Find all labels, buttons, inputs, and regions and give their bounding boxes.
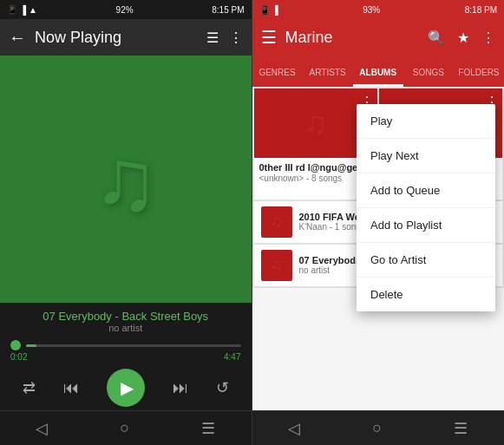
album-thumb-4: ♫ [261,250,292,281]
total-time: 4:47 [224,352,240,362]
music-note-icon: ♫ [93,136,158,223]
right-battery: 93% [363,5,380,15]
back-nav-icon[interactable]: ◁ [36,419,48,438]
android-icon: 📱 [7,5,17,15]
next-button[interactable]: ⏭ [173,379,188,397]
time-row: 0:02 4:47 [10,352,241,362]
song-artist: no artist [10,323,241,333]
right-status-icons: 📱 ▐ [259,5,278,15]
left-panel: 📱 ▐ ▲ 92% 8:15 PM ← Now Playing ☰ ⋮ ♫ 07… [0,0,252,445]
back-button[interactable]: ← [9,28,26,48]
right-top-icons: 🔍 ★ ⋮ [428,29,495,46]
song-info: 07 Everybody - Back Street Boys no artis… [0,303,252,337]
more-options-icon[interactable]: ⋮ [229,29,243,46]
menu-nav-icon[interactable]: ☰ [201,419,215,438]
star-icon[interactable]: ★ [457,29,469,46]
page-title: Now Playing [35,29,198,47]
progress-track[interactable] [26,344,241,347]
progress-thumb[interactable] [10,340,21,350]
top-bar-icons: ☰ ⋮ [206,29,243,46]
progress-fill [26,344,36,347]
shuffle-button[interactable]: ⇄ [23,378,36,397]
home-nav-icon[interactable]: ○ [120,419,129,437]
menu-item-add-to-queue[interactable]: Add to Queue [357,173,495,208]
tabs-row: GENRES ARTISTS ALBUMS SONGS FOLDERS [252,56,505,87]
right-panel: 📱 ▐ 93% 8:18 PM ☰ Marine 🔍 ★ ⋮ GENRES AR… [252,0,505,445]
album-art-area: ♫ [0,56,252,303]
queue-icon[interactable]: ☰ [206,29,219,46]
signal-icon-right: ▐ [272,5,278,15]
album-thumb-3: ♫ [261,206,292,238]
home-nav-right-icon[interactable]: ○ [372,419,382,437]
menu-item-play[interactable]: Play [357,104,495,139]
progress-bar[interactable] [10,340,241,350]
status-bar-right: 📱 ▐ 93% 8:18 PM [252,0,505,19]
back-nav-right-icon[interactable]: ◁ [288,419,300,438]
menu-item-add-to-playlist[interactable]: Add to Playlist [357,208,495,243]
song-title: 07 Everybody - Back Street Boys [10,310,241,323]
repeat-button[interactable]: ↺ [216,378,229,397]
progress-area[interactable]: 0:02 4:47 [0,337,252,365]
top-bar-left: ← Now Playing ☰ ⋮ [0,19,252,56]
prev-button[interactable]: ⏮ [63,379,79,397]
marine-title: Marine [285,29,420,47]
search-icon[interactable]: 🔍 [428,29,445,46]
tab-songs[interactable]: SONGS [403,68,454,87]
tab-artists[interactable]: ARTISTS [303,68,353,87]
tab-folders[interactable]: FOLDERS [454,68,504,87]
album-note-icon-1: ♫ [304,105,327,141]
signal-icon: ▐ [20,5,26,15]
left-nav-bar: ◁ ○ ☰ [0,410,252,445]
album-note-4: ♫ [271,256,283,274]
more-options-right-icon[interactable]: ⋮ [481,29,495,46]
current-time: 0:02 [10,352,27,362]
play-button[interactable]: ▶ [107,369,145,407]
album-name-1: 0ther III rd l@ngu@ge [259,161,372,173]
menu-nav-right-icon[interactable]: ☰ [454,419,468,438]
wifi-icon: ▲ [29,5,37,15]
left-time: 8:15 PM [212,5,244,15]
hamburger-menu-icon[interactable]: ☰ [261,27,277,48]
status-bar-left: 📱 ▐ ▲ 92% 8:15 PM [0,0,252,19]
tab-albums[interactable]: ALBUMS [353,68,403,87]
top-bar-right: ☰ Marine 🔍 ★ ⋮ [252,19,505,56]
menu-item-play-next[interactable]: Play Next [357,139,495,173]
right-time: 8:18 PM [465,5,497,15]
play-icon: ▶ [121,377,134,398]
tab-genres[interactable]: GENRES [252,68,303,87]
menu-item-go-to-artist[interactable]: Go to Artist [357,243,495,278]
album-note-3: ♫ [271,213,283,231]
left-battery: 92% [116,5,134,15]
context-menu: Play Play Next Add to Queue Add to Playl… [357,104,495,311]
left-status-icons: 📱 ▐ ▲ [7,5,37,15]
album-sub-1: <unknown> - 8 songs [259,173,372,183]
controls-row: ⇄ ⏮ ▶ ⏭ ↺ [0,365,252,410]
android-icon-right: 📱 [259,5,270,15]
menu-item-delete[interactable]: Delete [357,278,495,311]
right-nav-bar: ◁ ○ ☰ [252,410,505,445]
